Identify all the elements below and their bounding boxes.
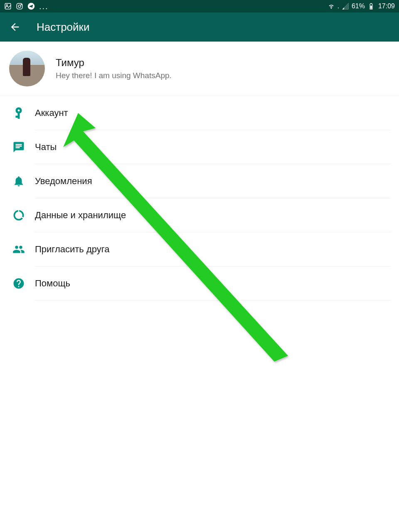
profile-row[interactable]: Тимур Hey there! I am using WhatsApp. [0,42,399,96]
svg-point-1 [7,5,7,5]
clock-time: 17:09 [378,2,395,10]
svg-rect-8 [370,6,372,9]
settings-item-data[interactable]: Данные и хранилище [0,198,399,232]
profile-info: Тимур Hey there! I am using WhatsApp. [56,57,172,80]
settings-item-help[interactable]: Помощь [0,266,399,300]
settings-item-label: Чаты [35,142,57,153]
signal-icon [342,2,349,10]
telegram-icon [27,2,35,10]
data-usage-icon [12,209,25,222]
status-bar: ... . 61% 17:09 [0,0,399,12]
settings-list: Аккаунт Чаты Уведомления Данные и хранил… [0,96,399,300]
battery-icon [367,2,375,10]
settings-item-invite[interactable]: Пригласить друга [0,232,399,266]
status-bar-left: ... [4,2,49,10]
settings-item-notifications[interactable]: Уведомления [0,164,399,198]
settings-item-label: Помощь [35,278,70,289]
group-icon [12,243,25,256]
key-icon [12,107,25,119]
profile-status: Hey there! I am using WhatsApp. [56,71,172,80]
gallery-icon [4,2,12,10]
avatar [9,51,45,86]
battery-percentage: 61% [352,2,365,10]
instagram-icon [16,2,23,10]
wifi-icon [328,2,335,10]
profile-name: Тимур [56,57,172,69]
app-bar: Настройки [0,12,399,42]
dot-icon: . [337,2,339,10]
settings-item-account[interactable]: Аккаунт [0,96,399,130]
settings-item-label: Аккаунт [35,108,68,118]
settings-item-chats[interactable]: Чаты [0,130,399,164]
help-icon [12,277,25,290]
settings-item-label: Уведомления [35,176,92,187]
svg-rect-7 [370,3,372,4]
more-notifications: ... [39,4,49,8]
settings-item-label: Данные и хранилище [35,210,126,221]
status-bar-right: . 61% 17:09 [328,2,395,10]
svg-point-3 [18,5,21,7]
settings-item-label: Пригласить друга [35,244,110,255]
bell-icon [12,175,25,187]
page-title: Настройки [37,21,90,34]
chat-icon [12,141,25,153]
svg-point-4 [21,4,22,5]
back-button[interactable] [8,20,22,34]
back-arrow-icon [9,21,21,33]
